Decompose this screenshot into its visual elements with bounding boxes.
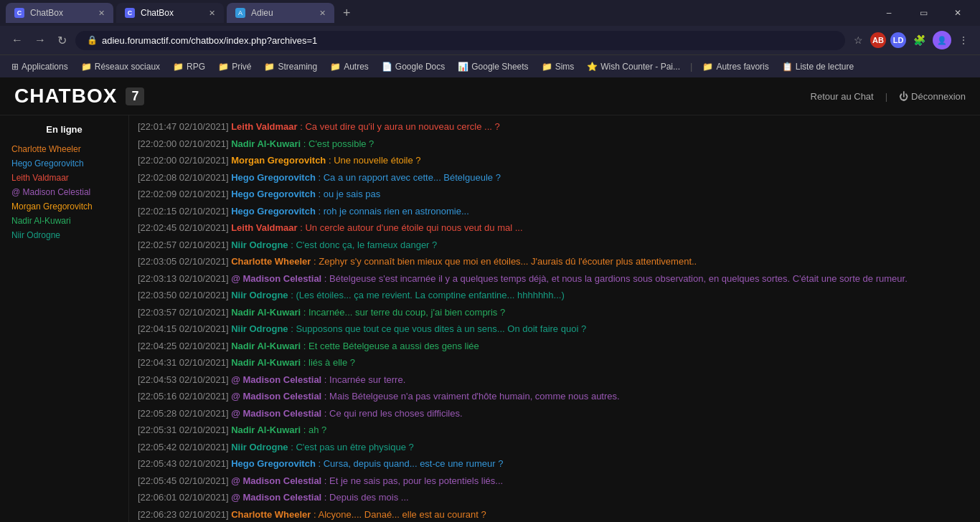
- close-button[interactable]: ✕: [941, 0, 974, 26]
- tab-adieu[interactable]: A Adieu ✕: [227, 3, 334, 23]
- bookmark-autres-favoris-label: Autres favoris: [716, 62, 768, 72]
- message-timestamp: [22:05:28 02/10/2021]: [138, 408, 231, 419]
- bookmark-prive[interactable]: 📁 Privé: [212, 60, 257, 74]
- bookmark-liste-lecture[interactable]: 📋 Liste de lecture: [776, 60, 859, 74]
- new-tab-button[interactable]: +: [337, 6, 357, 21]
- message-author[interactable]: Nadir Al-Kuwari: [231, 138, 301, 149]
- adblock-icon[interactable]: AB: [870, 32, 886, 48]
- message-text: : ah ?: [301, 424, 326, 435]
- message-author[interactable]: @ Madison Celestial: [231, 408, 321, 419]
- bookmark-separator: |: [690, 61, 692, 72]
- bookmark-gsheets[interactable]: 📊 Google Sheets: [452, 60, 534, 74]
- bookmark-autres[interactable]: 📁 Autres: [324, 60, 374, 74]
- extension-icon[interactable]: LD: [890, 32, 906, 48]
- bookmark-autres-label: Autres: [344, 62, 369, 72]
- message-author[interactable]: Hego Gregorovitch: [231, 206, 316, 217]
- message-timestamp: [22:05:43 02/10/2021]: [138, 458, 231, 469]
- message-author[interactable]: Nadir Al-Kuwari: [231, 307, 301, 318]
- message-timestamp: [22:05:31 02/10/2021]: [138, 424, 231, 435]
- sidebar-user-nadir[interactable]: Nadir Al-Kuwari: [6, 214, 123, 228]
- bookmark-streaming[interactable]: 📁 Streaming: [258, 60, 323, 74]
- bookmark-rpg[interactable]: 📁 RPG: [167, 60, 211, 74]
- bookmark-wish[interactable]: ⭐ Wish Counter - Pai...: [581, 60, 686, 74]
- message-author[interactable]: Niir Odrogne: [231, 442, 288, 452]
- tab-chatbox-2[interactable]: C ChatBox ✕: [116, 3, 224, 23]
- wish-icon: ⭐: [587, 62, 598, 72]
- url-bar[interactable]: 🔒 adieu.forumactif.com/chatbox/index.php…: [75, 31, 845, 50]
- message-author[interactable]: Charlotte Wheeler: [231, 509, 311, 520]
- message-author[interactable]: @ Madison Celestial: [231, 391, 321, 402]
- profile-avatar[interactable]: 👤: [933, 31, 951, 49]
- message-author[interactable]: @ Madison Celestial: [231, 492, 321, 503]
- message-author[interactable]: Charlotte Wheeler: [231, 256, 311, 267]
- sidebar-user-madison[interactable]: @ Madison Celestial: [6, 185, 123, 199]
- sidebar-user-charlotte[interactable]: Charlotte Wheeler: [6, 142, 123, 156]
- url-text: adieu.forumactif.com/chatbox/index.php?a…: [102, 35, 317, 46]
- tab3-label: Adieu: [251, 8, 314, 18]
- star-icon[interactable]: ☆: [851, 32, 866, 49]
- reseaux-icon: 📁: [81, 62, 92, 72]
- chat-message: [22:04:25 02/10/2021] Nadir Al-Kuwari : …: [138, 338, 971, 355]
- forward-button[interactable]: →: [32, 31, 49, 49]
- bookmark-liste-lecture-label: Liste de lecture: [796, 62, 854, 72]
- message-text: : ou je sais pas: [316, 189, 380, 199]
- bookmark-gdocs[interactable]: 📄 Google Docs: [376, 60, 451, 74]
- minimize-button[interactable]: –: [872, 0, 905, 26]
- message-timestamp: [22:04:15 02/10/2021]: [138, 323, 231, 334]
- message-author[interactable]: @ Madison Celestial: [231, 273, 321, 284]
- message-text: : Et cette Bételgeuse a aussi des gens l…: [301, 341, 479, 351]
- tab3-close[interactable]: ✕: [319, 9, 326, 18]
- message-author[interactable]: Niir Odrogne: [231, 323, 288, 334]
- message-text: : Incarnée sur terre.: [321, 374, 405, 385]
- sidebar-user-hego[interactable]: Hego Gregorovitch: [6, 156, 123, 171]
- tab2-close[interactable]: ✕: [209, 9, 215, 18]
- message-timestamp: [22:02:15 02/10/2021]: [138, 206, 231, 217]
- message-author[interactable]: Leith Valdmaar: [231, 121, 297, 132]
- message-author[interactable]: Niir Odrogne: [231, 290, 288, 300]
- message-author[interactable]: @ Madison Celestial: [231, 475, 321, 486]
- bookmark-reseaux[interactable]: 📁 Réseaux sociaux: [75, 60, 166, 74]
- message-author[interactable]: Nadir Al-Kuwari: [231, 341, 301, 351]
- bookmark-applications[interactable]: ⊞ Applications: [6, 60, 74, 74]
- maximize-button[interactable]: ▭: [907, 0, 940, 26]
- puzzle-icon[interactable]: 🧩: [910, 32, 928, 49]
- tab1-close[interactable]: ✕: [98, 9, 105, 18]
- tab-chatbox-1[interactable]: C ChatBox ✕: [6, 3, 113, 23]
- chat-message: [22:05:43 02/10/2021] Hego Gregorovitch …: [138, 455, 971, 473]
- sidebar: En ligne Charlotte Wheeler Hego Gregorov…: [0, 115, 129, 522]
- message-text: : Zephyr s'y connaît bien mieux que moi …: [311, 256, 697, 267]
- sidebar-user-morgan[interactable]: Morgan Gregorovitch: [6, 199, 123, 214]
- message-author[interactable]: Hego Gregorovitch: [231, 189, 316, 199]
- chat-message: [22:02:09 02/10/2021] Hego Gregorovitch …: [138, 186, 971, 203]
- reload-button[interactable]: ↻: [55, 31, 70, 50]
- message-author[interactable]: Hego Gregorovitch: [231, 172, 316, 183]
- chat-area[interactable]: [22:01:47 02/10/2021] Leith Valdmaar : C…: [129, 115, 980, 522]
- message-author[interactable]: Niir Odrogne: [231, 239, 288, 250]
- bookmark-wish-label: Wish Counter - Pai...: [600, 62, 680, 72]
- message-text: : Supposons que tout ce que vous dites à…: [288, 323, 587, 334]
- message-text: : C'est donc ça, le fameux danger ?: [288, 239, 438, 250]
- message-author[interactable]: @ Madison Celestial: [231, 374, 321, 385]
- message-timestamp: [22:03:50 02/10/2021]: [138, 290, 231, 300]
- message-timestamp: [22:02:08 02/10/2021]: [138, 172, 231, 183]
- deconnexion-button[interactable]: ⏻ Déconnexion: [899, 91, 966, 102]
- menu-icon[interactable]: ⋮: [956, 32, 971, 49]
- sidebar-user-leith[interactable]: Leith Valdmaar: [6, 171, 123, 185]
- autres-icon: 📁: [330, 62, 341, 72]
- lock-icon: 🔒: [87, 35, 98, 45]
- message-author[interactable]: Morgan Gregorovitch: [231, 155, 326, 166]
- bookmarks-bar: ⊞ Applications 📁 Réseaux sociaux 📁 RPG 📁…: [0, 54, 980, 77]
- message-author[interactable]: Leith Valdmaar: [231, 222, 297, 233]
- message-text: : Incarnée... sur terre du coup, j'ai bi…: [301, 307, 505, 318]
- back-button[interactable]: ←: [9, 31, 26, 49]
- bookmark-sims[interactable]: 📁 Sims: [536, 60, 580, 74]
- bookmark-autres-favoris[interactable]: 📁 Autres favoris: [697, 60, 774, 74]
- message-timestamp: [22:03:57 02/10/2021]: [138, 307, 231, 318]
- retour-chat-link[interactable]: Retour au Chat: [811, 91, 874, 102]
- message-author[interactable]: Hego Gregorovitch: [231, 458, 316, 469]
- message-timestamp: [22:02:57 02/10/2021]: [138, 239, 231, 250]
- message-author[interactable]: Nadir Al-Kuwari: [231, 357, 301, 368]
- chat-message: [22:05:31 02/10/2021] Nadir Al-Kuwari : …: [138, 422, 971, 439]
- sidebar-user-niir[interactable]: Niir Odrogne: [6, 228, 123, 242]
- message-author[interactable]: Nadir Al-Kuwari: [231, 424, 301, 435]
